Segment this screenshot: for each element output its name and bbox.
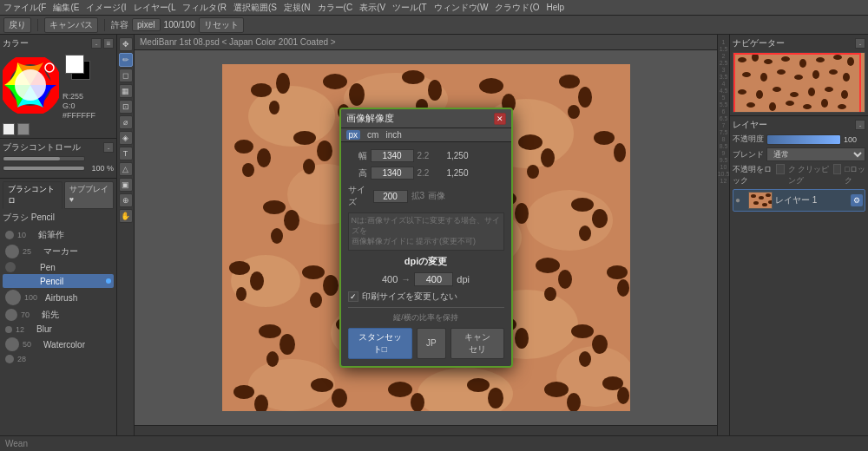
dialog-checkbox[interactable] [348, 291, 358, 302]
color-extra-2[interactable] [17, 123, 30, 135]
color-swatches: R:255 G:0 #FFFFFF [62, 52, 95, 121]
tool-shape[interactable]: △ [119, 162, 133, 176]
layer-settings-icon[interactable]: ⚙ [851, 194, 863, 206]
brush-control-panel: ブラシコントロール - 100 % [0, 139, 116, 179]
dialog-ok-button[interactable]: スタンセット□ [348, 328, 413, 359]
svg-point-1 [15, 69, 46, 101]
brush-item-1[interactable]: 25 マーカー [3, 243, 114, 260]
menu-layer[interactable]: レイヤー(L [134, 2, 176, 14]
tool-text[interactable]: T [119, 147, 133, 160]
brush-item-3[interactable]: Pencil [3, 274, 114, 288]
tool-brush[interactable]: ✏ [119, 53, 133, 67]
pixel-select[interactable]: pixel [132, 18, 161, 31]
dialog-close-button[interactable]: ✕ [494, 113, 506, 125]
color-extra-1[interactable] [3, 123, 15, 135]
menu-image[interactable]: イメージ(I [86, 2, 126, 14]
brush-dot-7 [5, 337, 19, 351]
layer-item-0[interactable]: ● レイヤー 1 ⚙ [733, 189, 865, 212]
svg-point-116 [742, 72, 751, 77]
brush-slider-track-1[interactable] [3, 156, 85, 161]
brush-slider-1 [3, 156, 114, 161]
reset-button[interactable]: リセット [199, 17, 244, 33]
lock-checkbox[interactable] [776, 164, 784, 174]
brush-item-4[interactable]: 100 Airbrush [3, 288, 114, 307]
dialog-menu-inch[interactable]: inch [385, 130, 401, 140]
dialog-apply-button[interactable]: JP [417, 328, 446, 359]
layer-opacity-value: 100 [844, 135, 865, 144]
tool-select[interactable]: ⊡ [119, 100, 133, 114]
dialog-dpi-input[interactable] [414, 272, 453, 286]
foreground-swatch[interactable] [65, 55, 84, 74]
dialog-menu-px[interactable]: px [346, 130, 361, 140]
tool-zoom[interactable]: ⊕ [119, 193, 133, 207]
lock-extra-label: ク クリッピング [788, 164, 830, 186]
brush-item-7[interactable]: 50 Watercolor [3, 336, 114, 353]
svg-point-133 [803, 104, 812, 109]
menu-cloud[interactable]: クラウド(O [495, 2, 539, 14]
undo-button[interactable]: 戻り [3, 17, 31, 33]
menu-color[interactable]: カラー(C [318, 2, 353, 14]
layer-opacity-bar[interactable] [766, 134, 841, 145]
lock-row: 不透明をロック ク クリッピング □ロック [733, 164, 865, 186]
menu-ruler[interactable]: 定規(N [284, 2, 311, 14]
canvas-button[interactable]: キャンバス [44, 17, 98, 33]
ruler-num-5: 5 [722, 95, 726, 101]
navigator-minimize[interactable]: - [855, 38, 865, 49]
brush-item-6[interactable]: 12 Blur [3, 323, 114, 336]
brush-item-5[interactable]: 70 鉛先 [3, 307, 114, 323]
dialog-width-label: 幅 [348, 150, 367, 162]
menu-view[interactable]: 表示(V [359, 2, 385, 14]
dialog-width-row: 幅 2.2 1,250 [348, 149, 504, 162]
color-wheel[interactable] [3, 57, 59, 114]
tool-eraser[interactable]: ◻ [119, 69, 133, 82]
breadcrumb: MediBanr 1st 08.psd < Japan Color 2001 C… [135, 35, 717, 50]
dialog-height-label: 高 [348, 167, 367, 180]
dialog-menu-cm[interactable]: cm [367, 130, 378, 140]
svg-point-119 [794, 75, 803, 80]
svg-point-142 [762, 203, 767, 206]
dialog-overlay: 画像解像度 ✕ px cm inch [135, 50, 717, 425]
tool-move[interactable]: ✥ [119, 37, 133, 51]
svg-point-140 [766, 193, 771, 197]
brush-slider-track-2[interactable] [3, 166, 85, 171]
ruler-num-6: 6 [722, 108, 726, 114]
tool-gradient[interactable]: ▣ [119, 178, 133, 192]
menu-edit[interactable]: 編集(E [53, 2, 79, 14]
brush-control-minimize[interactable]: - [103, 142, 114, 153]
clipping-checkbox[interactable] [833, 164, 841, 174]
dialog-cancel-button[interactable]: キャンセリ [450, 328, 504, 359]
dialog-width-input[interactable] [371, 149, 414, 162]
layer-minimize[interactable]: - [855, 120, 865, 130]
tool-eyedropper[interactable]: ◈ [119, 131, 133, 145]
navigator-preview[interactable] [733, 52, 865, 113]
dialog-height-input[interactable] [371, 167, 414, 180]
layer-opacity-controls: 不透明度 100 [733, 134, 865, 145]
brush-item-0[interactable]: 10 鉛筆作 [3, 227, 114, 243]
brush-size-1: 25 [23, 247, 40, 256]
sub-tool-tab-sub[interactable]: サブブレイ♥ [64, 181, 114, 209]
layer-visibility-0[interactable]: ● [735, 195, 746, 206]
canvas-scrollbar[interactable] [135, 425, 717, 435]
color-panel-minimize[interactable]: - [91, 38, 102, 49]
menu-help[interactable]: Help [547, 3, 565, 12]
menu-window[interactable]: ウィンドウ(W [434, 2, 489, 14]
ruler-num-9: 9 [722, 150, 726, 156]
canvas-viewport[interactable]: 画像解像度 ✕ px cm inch [135, 50, 717, 425]
dialog-size-input[interactable] [373, 190, 408, 203]
navigator-title: ナビゲーター [733, 37, 785, 49]
tool-fill[interactable]: ▦ [119, 84, 133, 98]
tool-hand[interactable]: ✋ [119, 209, 133, 223]
menu-file[interactable]: ファイル(F [3, 2, 46, 14]
menu-select[interactable]: 選択範囲(S [233, 2, 277, 14]
menu-tool[interactable]: ツール(T [392, 2, 426, 14]
sub-tool-tab-brush[interactable]: ブラシコントロ [3, 181, 62, 209]
menu-filter[interactable]: フィルタ(R [182, 2, 227, 14]
tool-lasso[interactable]: ⌀ [119, 115, 133, 129]
navigator-panel: ナビゲーター - [730, 35, 868, 116]
brush-name-4: Airbrush [45, 293, 111, 303]
svg-point-113 [816, 57, 825, 62]
blend-select[interactable]: 通常 [766, 147, 865, 161]
brush-item-8[interactable]: 28 [3, 353, 114, 365]
brush-item-2[interactable]: Pen [3, 260, 114, 274]
color-panel-settings[interactable]: ≡ [103, 38, 114, 49]
